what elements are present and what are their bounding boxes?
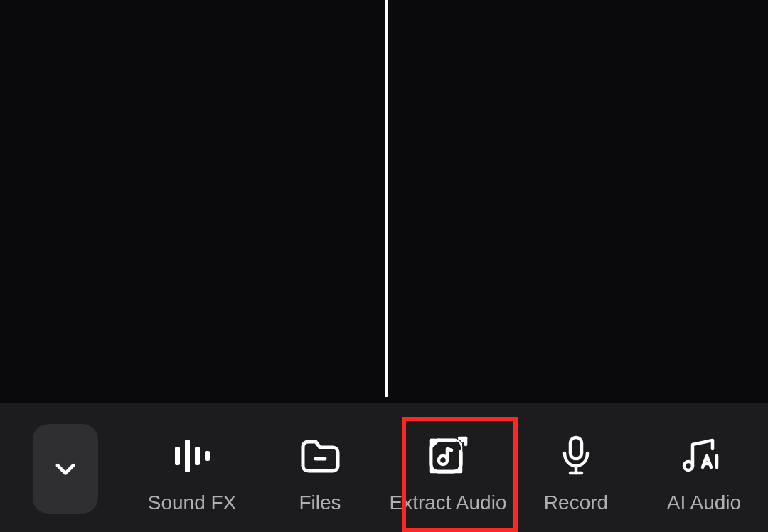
- playhead[interactable]: [385, 0, 388, 397]
- timeline-area[interactable]: [0, 0, 768, 403]
- microphone-icon: [560, 431, 592, 481]
- chevron-down-icon: [52, 455, 79, 482]
- svg-rect-1: [185, 440, 190, 472]
- extract-audio-icon: [427, 431, 469, 481]
- toolbar-items: Sound FX Files: [128, 403, 768, 532]
- sound-fx-button[interactable]: Sound FX: [131, 431, 254, 515]
- svg-rect-0: [175, 447, 180, 465]
- record-button[interactable]: Record: [515, 431, 638, 515]
- sound-fx-label: Sound FX: [148, 491, 237, 515]
- ai-audio-button[interactable]: AI Audio: [643, 431, 766, 515]
- extract-audio-button[interactable]: Extract Audio: [387, 431, 510, 515]
- extract-audio-label: Extract Audio: [390, 491, 507, 515]
- folder-icon: [299, 431, 341, 481]
- audio-toolbar: Sound FX Files: [0, 403, 768, 532]
- collapse-button[interactable]: [33, 424, 98, 514]
- files-label: Files: [299, 491, 341, 515]
- svg-rect-8: [570, 437, 582, 459]
- svg-rect-2: [195, 447, 200, 465]
- svg-rect-3: [205, 451, 210, 461]
- files-button[interactable]: Files: [259, 431, 382, 515]
- waveform-icon: [171, 431, 213, 481]
- ai-audio-icon: [681, 431, 727, 481]
- record-label: Record: [544, 491, 608, 515]
- ai-audio-label: AI Audio: [667, 491, 741, 515]
